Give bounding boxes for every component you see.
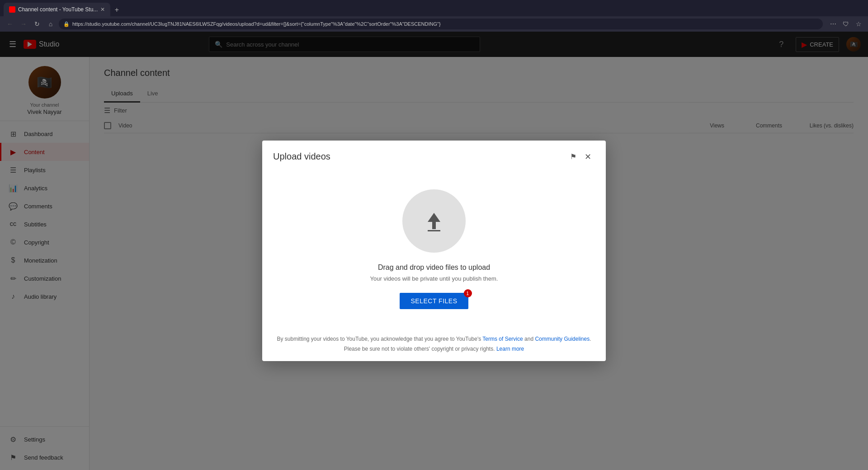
browser-toolbar: ← → ↻ ⌂ 🔒 https://studio.youtube.com/cha… [0,16,868,32]
bookmark-icon[interactable]: ☆ [854,19,863,29]
copyright-text: Please be sure not to violate others' co… [344,346,495,352]
browser-chrome: Channel content - YouTube Stu... ✕ + ← →… [0,0,868,32]
browser-tabs: Channel content - YouTube Stu... ✕ + [0,0,868,16]
notification-badge: 1 [464,289,472,297]
refresh-button[interactable]: ↻ [32,19,42,29]
tab-favicon [9,6,15,13]
home-button[interactable]: ⌂ [45,19,56,29]
extensions-button[interactable]: ⋯ [828,19,838,29]
forward-button[interactable]: → [18,19,29,29]
modal-title: Upload videos [273,151,566,162]
upload-modal: Upload videos ⚑ ✕ Drag and drop video fi… [262,141,606,361]
url-text: https://studio.youtube.com/channel/UC3Iu… [72,21,818,27]
tab-close-icon[interactable]: ✕ [100,6,105,13]
new-tab-button[interactable]: + [110,4,123,16]
modal-overlay: Upload videos ⚑ ✕ Drag and drop video fi… [0,32,868,470]
tab-title: Channel content - YouTube Stu... [18,6,98,13]
modal-footer: By submitting your videos to YouTube, yo… [262,327,606,361]
browser-extra-buttons: ⋯ 🛡 ☆ [828,19,863,29]
upload-drag-text: Drag and drop video files to upload [378,263,490,272]
community-guidelines-link[interactable]: Community Guidelines [535,336,590,342]
footer-prefix: By submitting your videos to YouTube, yo… [277,336,481,342]
svg-rect-1 [428,230,440,231]
learn-more-link[interactable]: Learn more [496,346,524,352]
modal-body: Drag and drop video files to upload Your… [262,171,606,327]
modal-close-button[interactable]: ✕ [580,150,595,164]
footer-and: and [524,336,533,342]
svg-marker-0 [428,213,440,229]
select-files-button[interactable]: SELECT FILES 1 [400,293,468,309]
address-bar[interactable]: 🔒 https://studio.youtube.com/channel/UC3… [59,19,823,29]
select-files-label: SELECT FILES [410,297,457,305]
footer-text: By submitting your videos to YouTube, yo… [273,334,595,354]
shield-icon: 🛡 [841,19,851,29]
terms-of-service-link[interactable]: Terms of Service [482,336,523,342]
modal-flag-button[interactable]: ⚑ [566,150,580,164]
modal-header: Upload videos ⚑ ✕ [262,141,606,171]
browser-tab-active[interactable]: Channel content - YouTube Stu... ✕ [4,3,110,16]
upload-icon-container [402,189,466,253]
upload-arrow-icon [423,210,445,232]
upload-subtitle: Your videos will be private until you pu… [370,275,498,282]
lock-icon: 🔒 [63,21,70,27]
back-button[interactable]: ← [5,19,15,29]
footer-period: . [590,336,591,342]
